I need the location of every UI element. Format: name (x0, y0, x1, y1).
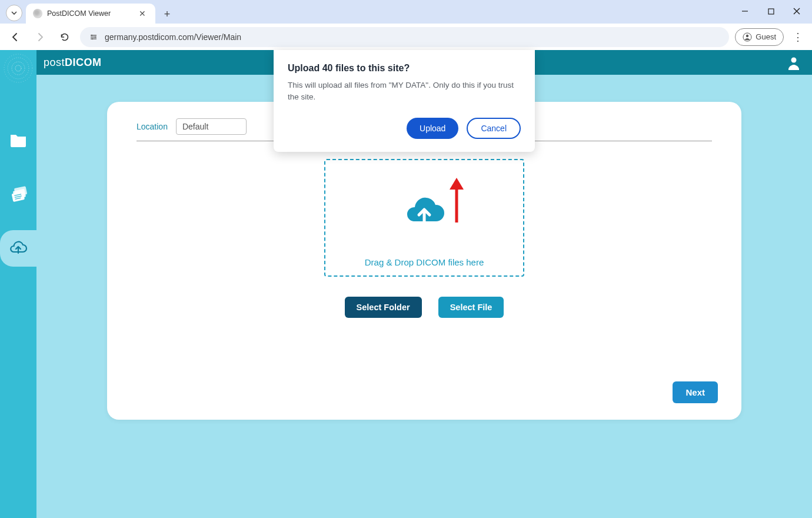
profile-chip[interactable]: Guest (735, 28, 784, 46)
stack-icon (9, 185, 27, 203)
browser-chrome: PostDICOM Viewer ✕ + germany.postdicom.c… (0, 0, 812, 50)
cloud-upload-icon (403, 195, 445, 228)
brand-logo (0, 50, 36, 87)
dialog-cancel-button[interactable]: Cancel (467, 118, 521, 139)
svg-point-19 (791, 58, 797, 63)
tab-favicon (33, 9, 42, 18)
svg-point-9 (4, 54, 32, 82)
window-controls (732, 2, 810, 20)
sidebar (0, 50, 36, 518)
user-menu-button[interactable] (786, 55, 801, 70)
brand-suffix: DICOM (65, 57, 102, 68)
dialog-upload-button[interactable]: Upload (407, 118, 458, 139)
upload-button-row: Select Folder Select File (137, 297, 712, 318)
tab-strip: PostDICOM Viewer ✕ + (0, 0, 812, 24)
tab-title: PostDICOM Viewer (47, 9, 132, 18)
sidebar-item-folders[interactable] (0, 122, 36, 158)
location-label: Location (137, 122, 168, 131)
site-settings-icon[interactable] (88, 32, 99, 42)
brand-prefix: post (44, 57, 65, 68)
cloud-upload-icon (9, 240, 28, 257)
dropzone[interactable]: Drag & Drop DICOM files here (324, 159, 524, 277)
svg-rect-1 (768, 9, 774, 14)
svg-point-10 (8, 58, 29, 79)
forward-button[interactable] (31, 28, 49, 47)
dialog-body: This will upload all files from "MY DATA… (288, 79, 521, 102)
back-button[interactable] (6, 28, 25, 47)
close-icon[interactable]: ✕ (137, 9, 148, 18)
upload-permission-dialog: Upload 40 files to this site? This will … (274, 50, 535, 152)
folder-icon (9, 132, 27, 148)
profile-label: Guest (756, 32, 776, 41)
sidebar-item-studies[interactable] (0, 176, 36, 212)
browser-menu-button[interactable]: ⋮ (790, 31, 806, 44)
browser-tab[interactable]: PostDICOM Viewer ✕ (26, 4, 155, 24)
svg-point-4 (91, 34, 93, 36)
svg-point-12 (15, 65, 21, 71)
chevron-down-icon (11, 9, 18, 16)
url-box[interactable]: germany.postdicom.com/Viewer/Main (80, 27, 729, 47)
minimize-button[interactable] (732, 2, 758, 20)
svg-point-11 (12, 62, 25, 75)
person-icon (786, 55, 801, 70)
next-button[interactable]: Next (673, 381, 718, 403)
address-bar: germany.postdicom.com/Viewer/Main Guest … (0, 24, 812, 50)
select-file-button[interactable]: Select File (438, 297, 504, 318)
location-select[interactable]: Default (176, 118, 247, 135)
globe-dots-icon (4, 54, 33, 83)
svg-point-6 (92, 38, 94, 39)
window-close-button[interactable] (784, 2, 810, 20)
tab-search-button[interactable] (6, 5, 22, 21)
svg-point-8 (746, 34, 748, 36)
dropzone-text: Drag & Drop DICOM files here (365, 257, 484, 267)
location-value: Default (182, 122, 208, 131)
select-folder-button[interactable]: Select Folder (345, 297, 422, 318)
url-text: germany.postdicom.com/Viewer/Main (105, 32, 241, 42)
sidebar-item-upload[interactable] (0, 230, 36, 267)
dialog-button-row: Upload Cancel (288, 118, 521, 139)
svg-point-5 (95, 36, 96, 38)
maximize-button[interactable] (758, 2, 784, 20)
person-icon (743, 32, 752, 42)
reload-button[interactable] (55, 28, 74, 47)
new-tab-button[interactable]: + (159, 6, 175, 22)
dialog-title: Upload 40 files to this site? (288, 63, 521, 74)
